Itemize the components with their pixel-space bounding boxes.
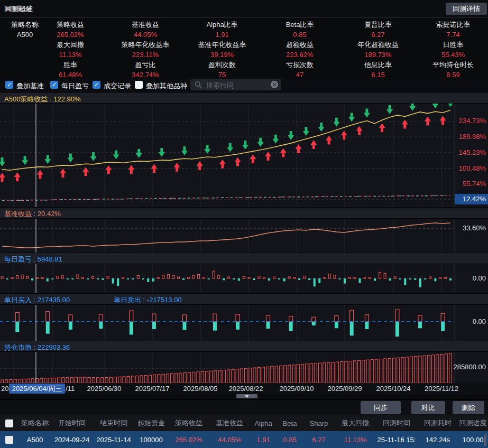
buy-signal-arrow-icon	[356, 126, 363, 135]
checkbox-2[interactable]: ✓	[50, 81, 58, 89]
search-icon	[195, 81, 202, 88]
sell-signal-arrow-icon	[409, 104, 416, 111]
sell-signal-arrow-icon	[432, 104, 438, 108]
checkbox-3[interactable]: ✓	[93, 81, 100, 89]
column-header: 结束时间	[93, 418, 134, 428]
column-header: 回测时间	[375, 418, 418, 428]
y-axis-label: 0.00	[449, 318, 486, 326]
stat-value: 55.43%	[408, 50, 488, 60]
stat-label: 平均持仓时长	[408, 60, 488, 70]
holdings-chart[interactable]: 285800.00	[0, 352, 488, 383]
top-bar	[0, 0, 488, 18]
compare-button[interactable]: 对比	[411, 401, 445, 414]
select-all-checkbox-cell[interactable]	[0, 419, 19, 427]
buysell-chart[interactable]: 0.00	[0, 305, 488, 341]
sell-signal-arrow-icon	[272, 135, 279, 144]
search-box[interactable]: ✕	[190, 79, 281, 90]
stat-value: 39.19%	[177, 50, 267, 60]
crosshair-date-tooltip: 2025/06/04/周三	[9, 384, 65, 394]
collapse-handle[interactable]	[236, 394, 257, 398]
checkbox-1[interactable]: ✓	[5, 81, 13, 89]
sell-signal-arrow-icon	[447, 104, 454, 107]
x-axis-partial-right: /11	[66, 385, 75, 393]
table-cell: A500	[19, 436, 51, 444]
x-axis-label: 2025/06/30	[87, 385, 121, 393]
clear-search-icon[interactable]: ✕	[271, 81, 278, 88]
sell-signal-arrow-icon	[22, 156, 28, 165]
x-axis-label: 2025/11/12	[425, 385, 458, 393]
sell-signal-arrow-icon	[318, 123, 325, 132]
stat-column: Beta比率0.85超额收益223.62%亏损次数47	[255, 20, 345, 80]
y-axis-label: 55.74%	[449, 180, 486, 188]
sell-signal-arrow-icon	[364, 109, 370, 118]
buy-signal-arrow-icon	[174, 163, 180, 172]
select-all-checkbox[interactable]	[5, 419, 13, 427]
x-axis-label: 2025/08/05	[183, 385, 217, 393]
sell-signal-arrow-icon	[159, 148, 165, 157]
benchmark-title-text: 基准收益 : 20.42%	[4, 209, 61, 219]
x-axis-label: 2025/10/24	[376, 385, 410, 393]
sell-title-text: 单日卖出 : -217513.00	[114, 295, 182, 305]
holdings-title-text: 持仓市值 : 222903.36	[4, 343, 70, 352]
table-cell: 0.85	[277, 436, 302, 444]
column-header: 策略名称	[19, 418, 51, 428]
checkbox-label[interactable]: 每日盈亏	[61, 81, 89, 91]
records-title: 回测记录	[4, 4, 32, 14]
buy-signal-arrow-icon	[128, 165, 134, 174]
table-scrollbar[interactable]	[484, 434, 486, 446]
buy-signal-arrow-icon	[310, 140, 317, 149]
table-cell: 6.27	[302, 436, 335, 444]
strategy-chart[interactable]: 234.73%189.98%145.23%100.48%55.74% 12.42…	[0, 104, 488, 207]
buy-signal-arrow-icon	[440, 116, 446, 125]
y-axis-label: 234.73%	[449, 117, 486, 125]
checkbox-label[interactable]: 成交记录	[104, 81, 131, 91]
sell-signal-arrow-icon	[90, 152, 96, 161]
buy-signal-arrow-icon	[265, 152, 271, 161]
checkbox-4[interactable]	[135, 81, 143, 89]
sell-signal-arrow-icon	[113, 151, 119, 160]
x-axis-label: 2025/09/29	[327, 385, 362, 393]
x-axis-label: 2025/09/10	[279, 385, 314, 393]
sell-signal-arrow-icon	[386, 105, 393, 114]
stat-label: Alpha比率	[177, 20, 267, 30]
column-header: Alpha	[250, 419, 277, 427]
y-axis-label: 0.00	[449, 274, 486, 283]
holdings-panel-title: 持仓市值 : 222903.36	[0, 341, 488, 352]
x-axis-label: 2025/08/22	[228, 385, 263, 393]
buy-signal-arrow-icon	[425, 117, 431, 126]
buy-signal-arrow-icon	[60, 169, 66, 178]
chart-toolbar: ✓叠加基准✓每日盈亏✓成交记录叠加其他品种 ✕	[0, 78, 488, 92]
checkbox-label[interactable]: 叠加基准	[16, 81, 44, 91]
records-table-row[interactable]: A5002024-09-242025-11-14100000265.02%44.…	[0, 431, 488, 448]
row-checkbox-cell[interactable]	[0, 436, 19, 444]
benchmark-chart[interactable]: 33.60%	[0, 219, 488, 253]
stat-label: 亏损次数	[255, 60, 345, 70]
buy-signal-arrow-icon	[219, 160, 226, 169]
y-axis-label: 189.98%	[449, 133, 486, 141]
sell-signal-arrow-icon	[0, 157, 5, 166]
stat-column: 索提诺比率7.74日胜率55.43%平均持仓时长8.59	[408, 20, 488, 80]
table-cell: 2024-09-24	[51, 436, 93, 444]
stat-value: 1.91	[177, 30, 267, 40]
backtest-detail-button[interactable]: 回测详情	[446, 3, 487, 15]
pnl-chart[interactable]: 0.00	[0, 264, 488, 293]
x-axis: 202 /11 2025/06/04/周三 2025/06/302025/07/…	[0, 383, 488, 394]
sync-button[interactable]: 同步	[361, 401, 401, 414]
stat-value: 0.85	[255, 30, 345, 40]
delete-button[interactable]: 删除	[453, 401, 484, 414]
column-header: 开始时间	[51, 418, 93, 428]
checkbox-label[interactable]: 叠加其他品种	[146, 81, 187, 91]
table-cell: 11.13%	[335, 436, 375, 444]
table-cell: 2025-11-14	[93, 436, 134, 444]
pnl-panel-title: 每日盈亏 : 5948.81	[0, 253, 488, 264]
pnl-title-text: 每日盈亏 : 5948.81	[4, 255, 62, 264]
stat-label: 超额收益	[255, 40, 345, 50]
sell-signal-arrow-icon	[181, 146, 188, 155]
sell-signal-arrow-icon	[288, 131, 294, 140]
buy-signal-arrow-icon	[341, 130, 347, 139]
table-cell: 100.00	[458, 436, 488, 444]
row-checkbox[interactable]	[5, 436, 13, 444]
stat-label: 基准年化收益率	[177, 40, 267, 50]
search-input[interactable]	[205, 79, 265, 91]
buy-signal-arrow-icon	[37, 170, 43, 179]
